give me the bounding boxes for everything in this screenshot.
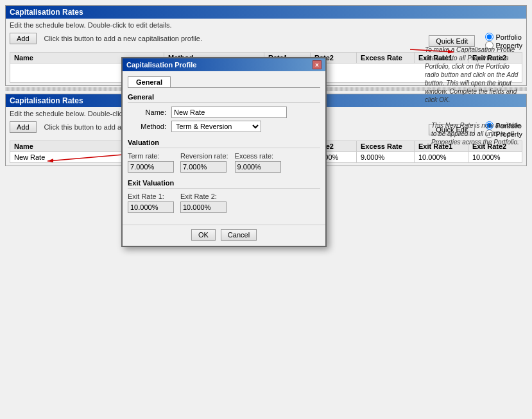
top-panel-subtitle: Edit the schedule below. Double-click to… — [10, 21, 522, 29]
dialog-title-bar: Capitalisation Profile × — [123, 58, 325, 71]
capitalisation-profile-dialog: Capitalisation Profile × General General… — [121, 57, 327, 247]
valuation-section-label: Valuation — [128, 139, 320, 148]
reversion-rate-item: Reversion rate: — [180, 152, 228, 173]
dialog-footer: OK Cancel — [123, 225, 325, 246]
add-hint-top: Click this button to add a new capitalis… — [44, 35, 202, 42]
method-select[interactable]: Term & Reversion Hard Core — [171, 121, 261, 132]
scope-radio-bottom: Portfolio Property — [485, 121, 522, 138]
dialog-body: General General Name: Method: Term & Rev… — [123, 71, 325, 225]
dialog-title-text: Capitalisation Profile — [126, 61, 196, 69]
toolbar-left: Add Click this button to add a new capit… — [10, 33, 202, 44]
exit-valuation-label: Exit Valuation — [128, 179, 320, 189]
exit-rate1-label: Exit Rate 1: — [128, 192, 174, 200]
add-button-bottom[interactable]: Add — [10, 121, 37, 133]
col-excess-top: Excess Rate — [357, 53, 415, 64]
exit-rate2-label: Exit Rate 2: — [180, 192, 227, 200]
property-radio-top[interactable]: Property — [485, 41, 522, 49]
general-section: General Name: Method: Term & Reversion H… — [128, 93, 320, 132]
term-rate-input[interactable] — [128, 161, 174, 173]
exit-valuation-grid: Exit Rate 1: Exit Rate 2: — [128, 192, 320, 213]
name-row: Name: — [128, 107, 320, 118]
property-radio-bottom[interactable]: Property — [485, 130, 522, 138]
valuation-section: Valuation Term rate: Reversion rate: Exc… — [128, 139, 320, 173]
valuation-grid: Term rate: Reversion rate: Excess rate: — [128, 152, 320, 173]
top-panel-title-text: Capitalisation Rates — [10, 8, 83, 17]
exit-rate2-item: Exit Rate 2: — [180, 192, 227, 213]
col-exit1-bottom: Exit Rate1 — [415, 141, 468, 152]
scope-radio-top: Portfolio Property — [485, 33, 522, 49]
col-exit2-top: Exit Rate2 — [468, 53, 522, 64]
quick-edit-button-top[interactable]: Quick Edit — [429, 35, 475, 47]
method-label: Method: — [128, 123, 166, 130]
col-exit1-top: Exit Rate1 — [415, 53, 468, 64]
term-rate-label: Term rate: — [128, 152, 174, 160]
name-input[interactable] — [171, 107, 287, 118]
portfolio-radio-top[interactable]: Portfolio — [485, 33, 522, 41]
top-panel: Capitalisation Rates Edit the schedule b… — [5, 5, 527, 86]
quick-edit-button-bottom[interactable]: Quick Edit — [429, 124, 475, 135]
col-excess-bottom: Excess Rate — [357, 141, 415, 152]
add-button-top[interactable]: Add — [10, 33, 37, 44]
top-toolbar: Add Click this button to add a new capit… — [10, 33, 522, 49]
bottom-panel-title-text: Capitalisation Rates — [10, 96, 83, 105]
exit-rate1-item: Exit Rate 1: — [128, 192, 174, 213]
col-exit2-bottom: Exit Rate2 — [468, 141, 522, 152]
reversion-rate-input[interactable] — [180, 161, 227, 173]
reversion-rate-label: Reversion rate: — [180, 152, 228, 160]
cell-exit1: 10.000% — [415, 152, 468, 163]
dialog-tab-bar: General — [128, 76, 320, 88]
portfolio-radio-bottom[interactable]: Portfolio — [485, 121, 522, 130]
excess-rate-item: Excess rate: — [235, 152, 281, 173]
method-row: Method: Term & Reversion Hard Core — [128, 121, 320, 132]
cell-excess: 9.000% — [357, 152, 415, 163]
exit-rate1-input[interactable] — [128, 201, 174, 213]
cell-exit2: 10.000% — [468, 152, 522, 163]
exit-rate2-input[interactable] — [180, 201, 227, 213]
general-section-label: General — [128, 93, 320, 103]
exit-valuation-section: Exit Valuation Exit Rate 1: Exit Rate 2: — [128, 179, 320, 213]
term-rate-item: Term rate: — [128, 152, 174, 173]
tab-general[interactable]: General — [128, 76, 171, 87]
excess-rate-input[interactable] — [235, 161, 281, 173]
ok-button[interactable]: OK — [191, 229, 216, 241]
dialog-close-button[interactable]: × — [313, 60, 322, 69]
excess-rate-label: Excess rate: — [235, 152, 281, 160]
name-label: Name: — [128, 108, 166, 116]
cancel-button[interactable]: Cancel — [221, 229, 257, 241]
top-panel-title: Capitalisation Rates — [6, 6, 526, 19]
